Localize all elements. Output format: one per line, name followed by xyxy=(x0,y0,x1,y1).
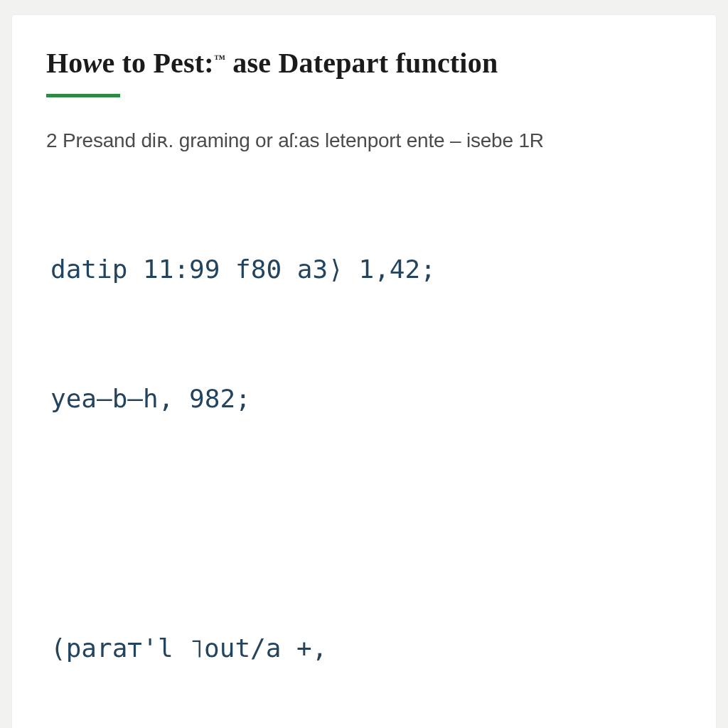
code-block: datip 11:99 f80 a3⟩ 1,42; yea–b–h, 982; … xyxy=(46,162,682,728)
page-title: Howe to Pest:™ ase Datepart function xyxy=(46,46,682,80)
code-line: (paraᴛ'l ˥out/a +, xyxy=(46,626,682,670)
code-line: datip 11:99 f80 a3⟩ 1,42; xyxy=(46,247,682,291)
code-blank-line xyxy=(46,505,682,541)
content-card: Howe to Pest:™ ase Datepart function 2 P… xyxy=(11,14,717,728)
code-line: yea–b–h, 982; xyxy=(46,376,682,421)
title-accent-rule xyxy=(46,94,120,97)
description-text: 2 Presand diʀ. graming or aſ:as letenpor… xyxy=(46,129,682,152)
